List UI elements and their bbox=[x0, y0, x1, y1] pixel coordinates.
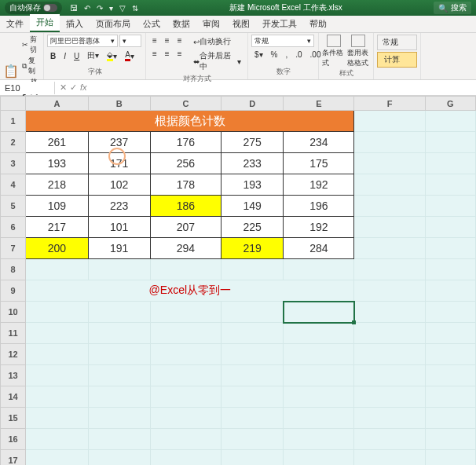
align-left-button[interactable]: ≡ bbox=[149, 48, 160, 60]
row-header-11[interactable]: 11 bbox=[1, 323, 26, 344]
search-box[interactable]: 🔍 搜索 bbox=[434, 2, 471, 14]
cell-C10[interactable] bbox=[150, 302, 221, 323]
col-header-A[interactable]: A bbox=[26, 97, 88, 111]
cell-D3[interactable]: 233 bbox=[222, 153, 284, 174]
bold-button[interactable]: B bbox=[47, 49, 59, 63]
tab-data[interactable]: 数据 bbox=[167, 16, 196, 32]
tab-view[interactable]: 视图 bbox=[226, 16, 256, 32]
row-header-16[interactable]: 16 bbox=[1, 429, 26, 450]
cell-E8[interactable] bbox=[284, 259, 354, 280]
cell-D6[interactable]: 225 bbox=[222, 217, 284, 238]
cell-D12[interactable] bbox=[222, 344, 284, 365]
cell-D5[interactable]: 149 bbox=[222, 196, 284, 217]
tab-layout[interactable]: 页面布局 bbox=[90, 16, 137, 32]
paste-button[interactable]: 📋 bbox=[3, 64, 19, 79]
cell-B13[interactable] bbox=[88, 365, 150, 386]
cell-F1[interactable] bbox=[354, 111, 425, 132]
cell-E15[interactable] bbox=[284, 408, 354, 429]
cell-A12[interactable] bbox=[26, 344, 88, 365]
row-header-1[interactable]: 1 bbox=[1, 111, 26, 132]
cell-G3[interactable] bbox=[425, 153, 475, 174]
align-center-button[interactable]: ≡ bbox=[162, 48, 173, 60]
cell-B4[interactable]: 102 bbox=[88, 174, 150, 196]
cell-G14[interactable] bbox=[425, 386, 475, 408]
number-format-select[interactable]: 常规▾ bbox=[251, 35, 314, 47]
dropdown-icon[interactable]: ▾ bbox=[109, 4, 113, 13]
cell-D8[interactable] bbox=[222, 259, 284, 280]
cell-E16[interactable] bbox=[284, 429, 354, 450]
cell-E11[interactable] bbox=[284, 323, 354, 344]
cell-A5[interactable]: 109 bbox=[26, 196, 88, 217]
tab-help[interactable]: 帮助 bbox=[303, 16, 333, 32]
row-header-6[interactable]: 6 bbox=[1, 217, 26, 238]
cell-F17[interactable] bbox=[354, 450, 425, 466]
cell-E7[interactable]: 284 bbox=[284, 238, 354, 259]
row-header-7[interactable]: 7 bbox=[1, 238, 26, 259]
cell-B14[interactable] bbox=[88, 386, 150, 408]
undo-icon[interactable]: ↶ bbox=[84, 4, 90, 13]
cell-F14[interactable] bbox=[354, 386, 425, 408]
row-header-15[interactable]: 15 bbox=[1, 408, 26, 429]
row-header-9[interactable]: 9 bbox=[1, 280, 26, 302]
cell-D4[interactable]: 193 bbox=[222, 174, 284, 196]
tab-home[interactable]: 开始 bbox=[30, 14, 60, 32]
cell-G13[interactable] bbox=[425, 365, 475, 386]
cell-G4[interactable] bbox=[425, 174, 475, 196]
cell-E14[interactable] bbox=[284, 386, 354, 408]
cell-B8[interactable] bbox=[88, 259, 150, 280]
cell-D16[interactable] bbox=[222, 429, 284, 450]
row-header-8[interactable]: 8 bbox=[1, 259, 26, 280]
cell-D14[interactable] bbox=[222, 386, 284, 408]
cell-C13[interactable] bbox=[150, 365, 221, 386]
cell-E3[interactable]: 175 bbox=[284, 153, 354, 174]
title-cell[interactable]: 根据颜色计数 bbox=[26, 111, 354, 132]
comma-button[interactable]: , bbox=[282, 49, 291, 60]
cell-A10[interactable] bbox=[26, 302, 88, 323]
worksheet[interactable]: ABCDEFG1根据颜色计数22612371762752343193171256… bbox=[0, 96, 476, 465]
cell-B11[interactable] bbox=[88, 323, 150, 344]
col-header-F[interactable]: F bbox=[354, 97, 425, 111]
col-header-D[interactable]: D bbox=[222, 97, 284, 111]
cell-B6[interactable]: 101 bbox=[88, 217, 150, 238]
cell-F3[interactable] bbox=[354, 153, 425, 174]
cell-F4[interactable] bbox=[354, 174, 425, 196]
cell-F12[interactable] bbox=[354, 344, 425, 365]
cell-A4[interactable]: 218 bbox=[26, 174, 88, 196]
cell-F2[interactable] bbox=[354, 132, 425, 153]
cell-A15[interactable] bbox=[26, 408, 88, 429]
cell-A3[interactable]: 193 bbox=[26, 153, 88, 174]
cell-C16[interactable] bbox=[150, 429, 221, 450]
cell-E10[interactable] bbox=[284, 302, 354, 323]
percent-button[interactable]: % bbox=[268, 49, 281, 60]
cell-A2[interactable]: 261 bbox=[26, 132, 88, 153]
cell-D17[interactable] bbox=[222, 450, 284, 466]
wrap-text-button[interactable]: ↩自动换行 bbox=[190, 35, 234, 49]
font-size-select[interactable]: ▾ bbox=[119, 35, 141, 47]
cell-D13[interactable] bbox=[222, 365, 284, 386]
cell-G5[interactable] bbox=[425, 196, 475, 217]
autosave-toggle[interactable]: 自动保存 bbox=[5, 2, 62, 14]
col-header-B[interactable]: B bbox=[88, 97, 150, 111]
cell-A13[interactable] bbox=[26, 365, 88, 386]
cell-F9[interactable] bbox=[354, 280, 425, 302]
cell-B5[interactable]: 223 bbox=[88, 196, 150, 217]
cell-E13[interactable] bbox=[284, 365, 354, 386]
fx-icon[interactable]: fx bbox=[80, 82, 87, 93]
cell-G8[interactable] bbox=[425, 259, 475, 280]
cell-F13[interactable] bbox=[354, 365, 425, 386]
cell-G17[interactable] bbox=[425, 450, 475, 466]
cut-button[interactable]: ✂剪切 bbox=[22, 35, 40, 55]
cell-E6[interactable]: 192 bbox=[284, 217, 354, 238]
cell-A17[interactable] bbox=[26, 450, 88, 466]
italic-button[interactable]: I bbox=[60, 49, 69, 63]
tab-file[interactable]: 文件 bbox=[0, 16, 30, 32]
row-header-10[interactable]: 10 bbox=[1, 302, 26, 323]
align-bottom-button[interactable]: ≡ bbox=[174, 35, 185, 46]
cell-B17[interactable] bbox=[88, 450, 150, 466]
tab-insert[interactable]: 插入 bbox=[60, 16, 90, 32]
cell-E5[interactable]: 196 bbox=[284, 196, 354, 217]
cell-C5[interactable]: 186 bbox=[150, 196, 221, 217]
cell-E12[interactable] bbox=[284, 344, 354, 365]
cell-D11[interactable] bbox=[222, 323, 284, 344]
tab-dev[interactable]: 开发工具 bbox=[256, 16, 303, 32]
